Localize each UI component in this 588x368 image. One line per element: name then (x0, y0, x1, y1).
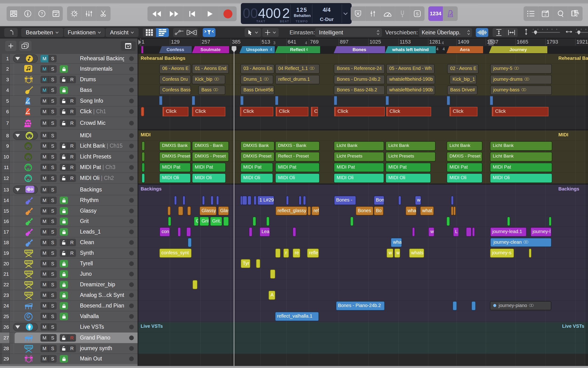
svg-text:S: S (416, 12, 418, 16)
svg-text:?: ? (41, 11, 43, 16)
